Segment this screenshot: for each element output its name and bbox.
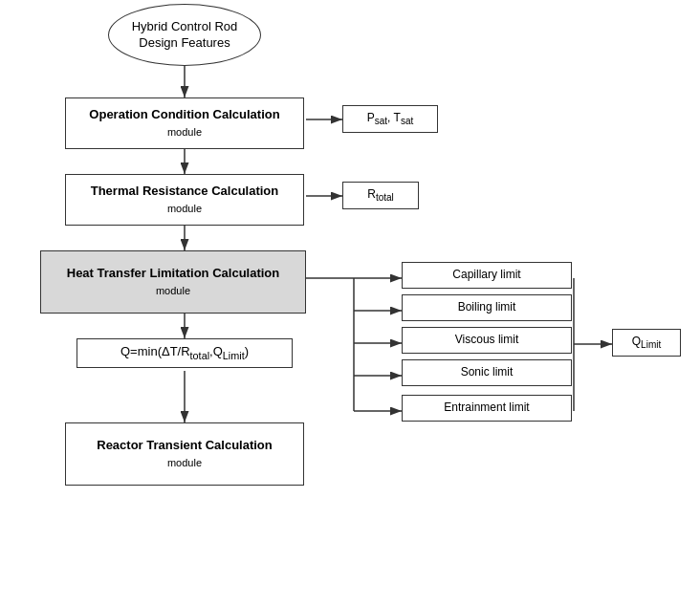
sonic-label: Sonic limit — [461, 365, 514, 379]
thermal-node: Thermal Resistance Calculation module — [65, 174, 304, 226]
sonic-limit-node: Sonic limit — [402, 359, 572, 386]
boiling-label: Boiling limit — [458, 300, 516, 314]
heat-bold: Heat Transfer Limitation Calculation — [67, 266, 280, 280]
ellipse-node: Hybrid Control Rod Design Features — [108, 4, 261, 66]
capillary-limit-node: Capillary limit — [402, 262, 572, 289]
psat-node: Psat, Tsat — [342, 105, 438, 133]
diagram: Hybrid Control Rod Design Features Opera… — [0, 0, 700, 606]
viscous-limit-node: Viscous limit — [402, 327, 572, 354]
ellipse-label-line1: Hybrid Control Rod — [132, 19, 238, 35]
capillary-label: Capillary limit — [452, 268, 520, 281]
operation-node: Operation Condition Calculation module — [65, 97, 304, 149]
heat-sub: module — [156, 285, 190, 296]
thermal-sub: module — [167, 203, 202, 214]
entrainment-label: Entrainment limit — [444, 400, 529, 414]
qlimit-node: QLimit — [612, 329, 681, 357]
entrainment-limit-node: Entrainment limit — [402, 395, 572, 422]
formula-node: Q=min(ΔT/Rtotal,QLimit) — [77, 338, 293, 368]
operation-sub: module — [167, 126, 202, 138]
heat-node: Heat Transfer Limitation Calculation mod… — [40, 250, 306, 314]
reactor-node: Reactor Transient Calculation module — [65, 422, 304, 486]
ellipse-label-line2: Design Features — [139, 35, 230, 52]
operation-bold: Operation Condition Calculation — [89, 107, 279, 121]
viscous-label: Viscous limit — [455, 333, 518, 346]
reactor-sub: module — [167, 457, 202, 468]
rtotal-node: Rtotal — [342, 182, 419, 209]
thermal-bold: Thermal Resistance Calculation — [91, 184, 279, 198]
rtotal-label: Rtotal — [367, 187, 394, 201]
qlimit-label: QLimit — [632, 335, 661, 348]
boiling-limit-node: Boiling limit — [402, 294, 572, 321]
reactor-bold: Reactor Transient Calculation — [97, 438, 273, 452]
formula-label: Q=min(ΔT/Rtotal,QLimit) — [120, 344, 249, 358]
psat-label: Psat, Tsat — [367, 111, 413, 124]
